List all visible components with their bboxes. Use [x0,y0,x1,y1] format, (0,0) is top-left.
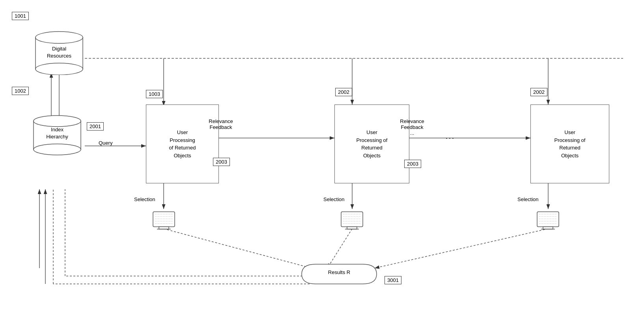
selection-label-3: Selection [517,196,538,202]
results-r-label: Results R [300,269,379,275]
user-proc-box-1: UserProcessingof ReturnedObjects [146,104,219,183]
monitor-2 [339,211,365,234]
svg-rect-31 [159,227,169,229]
label-1002: 1002 [12,87,29,95]
selection-label-1: Selection [134,196,155,202]
relevance-feedback-2: RelevanceFeedback... [386,118,438,136]
digital-resources-label: DigitalResources [32,45,87,60]
label-2002b: 2002 [530,88,547,96]
label-1003: 1003 [146,90,163,98]
label-2003b: 2003 [404,160,421,168]
svg-point-29 [34,144,81,155]
label-2002a: 2002 [335,88,352,96]
svg-point-28 [34,116,81,127]
relevance-feedback-1: RelevanceFeedback [197,118,245,130]
monitor-3 [535,211,561,234]
label-3001: 3001 [385,276,401,284]
user-proc-box-2: UserProcessing ofReturnedObjects [334,104,409,183]
user-proc-3-label: UserProcessing ofReturnedObjects [551,125,589,162]
monitor-1 [151,211,177,234]
label-2001: 2001 [87,122,104,131]
label-2003a: 2003 [213,158,230,166]
results-r: Results R [300,262,379,287]
label-1001: 1001 [12,12,29,20]
index-hierarchy-label: IndexHierarchy [30,126,85,140]
user-proc-box-3: UserProcessing ofReturnedObjects [530,104,609,183]
svg-point-26 [35,63,83,75]
index-hierarchy: IndexHierarchy [30,112,85,157]
user-proc-2-label: UserProcessing ofReturnedObjects [353,125,391,162]
diagram: 1001 DigitalResources 1002 IndexHierarch… [0,0,644,334]
user-proc-1-label: UserProcessingof ReturnedObjects [166,125,199,162]
query-label: Query [99,140,112,146]
svg-rect-39 [347,227,357,229]
svg-line-17 [375,229,548,268]
digital-resources: DigitalResources [32,28,87,76]
svg-rect-47 [543,227,553,229]
selection-label-2: Selection [323,196,344,202]
svg-point-25 [35,32,83,43]
svg-line-15 [164,229,312,268]
ellipsis: ··· [446,134,455,142]
